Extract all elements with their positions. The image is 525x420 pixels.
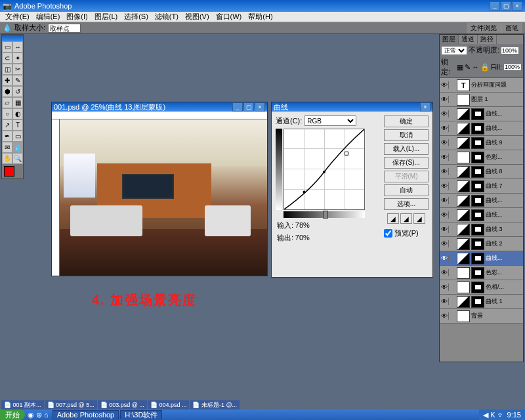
window-tab[interactable]: 📄 未标题-1 @... — [190, 400, 240, 410]
curves-graph[interactable] — [284, 129, 365, 210]
tab-brush[interactable]: 画笔 — [501, 23, 522, 33]
hand-tool[interactable]: ✋ — [2, 153, 12, 164]
slice-tool[interactable]: ✂ — [12, 64, 23, 75]
layer-row[interactable]: 👁曲线... — [440, 121, 523, 136]
curves-close-button[interactable]: × — [420, 102, 430, 112]
close-button[interactable]: × — [512, 1, 522, 10]
menu-select[interactable]: 选择(S) — [121, 12, 151, 22]
layer-row[interactable]: 👁曲线... — [440, 194, 523, 208]
opacity-input[interactable] — [501, 47, 519, 54]
layer-row[interactable]: 👁曲线 3 — [440, 222, 523, 237]
heal-tool[interactable]: ✚ — [2, 75, 12, 86]
visibility-icon[interactable]: 👁 — [440, 182, 449, 190]
visibility-icon[interactable]: 👁 — [440, 211, 449, 219]
layer-mask[interactable] — [471, 123, 484, 135]
input-gradient[interactable] — [284, 211, 365, 218]
gradient-tool[interactable]: ▦ — [12, 97, 23, 108]
layer-row[interactable]: 👁图层 1 — [440, 93, 523, 107]
layer-mask[interactable] — [471, 296, 484, 308]
auto-button[interactable]: 自动 — [384, 184, 429, 196]
pen-tool[interactable]: ✒ — [2, 131, 12, 142]
eraser-tool[interactable]: ▱ — [2, 97, 12, 108]
menu-layer[interactable]: 图层(L) — [92, 12, 120, 22]
taskbar-item[interactable]: Adobe Photoshop — [52, 410, 119, 419]
layer-thumb[interactable] — [457, 310, 470, 322]
layer-row[interactable]: 👁色相/... — [440, 280, 523, 295]
start-button[interactable]: 开始 — [0, 410, 25, 420]
layer-row[interactable]: 👁曲线 7 — [440, 179, 523, 194]
channel-select[interactable]: RGB — [304, 116, 356, 126]
lock-move-icon[interactable]: ↔ — [472, 63, 479, 71]
menu-filter[interactable]: 滤镜(T) — [152, 12, 181, 22]
black-point-icon[interactable]: ◢ — [387, 213, 399, 224]
marquee-tool[interactable]: ▭ — [2, 41, 12, 52]
layer-row[interactable]: 👁T分析画面问题 — [440, 78, 523, 93]
shape-tool[interactable]: ▭ — [12, 131, 23, 142]
layer-mask[interactable] — [471, 108, 484, 120]
window-tab[interactable]: 📄 003.psd @ ... — [98, 400, 147, 410]
layer-mask[interactable] — [471, 137, 484, 149]
preview-checkbox[interactable]: 预览(P) — [384, 228, 429, 238]
taskbar-item[interactable]: H:\3D软件 — [120, 410, 162, 419]
layer-mask[interactable] — [471, 282, 484, 293]
layer-thumb[interactable] — [457, 137, 470, 149]
layer-mask[interactable] — [471, 224, 484, 236]
window-tab[interactable]: 📄 001 副本... — [1, 400, 44, 410]
layer-row[interactable]: 👁曲线... — [440, 107, 523, 121]
zoom-tool[interactable]: 🔍 — [12, 153, 23, 164]
minimize-button[interactable]: _ — [490, 1, 500, 10]
menu-help[interactable]: 帮助(H) — [245, 12, 275, 22]
lock-all-icon[interactable]: 🔒 — [480, 63, 490, 72]
visibility-icon[interactable]: 👁 — [440, 110, 449, 117]
layer-thumb[interactable] — [457, 108, 470, 120]
menu-view[interactable]: 视图(V) — [182, 12, 212, 22]
visibility-icon[interactable]: 👁 — [440, 168, 449, 175]
crop-tool[interactable]: ◫ — [2, 64, 12, 75]
visibility-icon[interactable]: 👁 — [440, 312, 449, 320]
menu-window[interactable]: 窗口(W) — [213, 12, 245, 22]
layer-thumb[interactable] — [457, 152, 470, 163]
gray-point-icon[interactable]: ◢ — [400, 213, 412, 224]
visibility-icon[interactable]: 👁 — [440, 255, 449, 262]
visibility-icon[interactable]: 👁 — [440, 125, 449, 132]
layer-row[interactable]: 👁色彩... — [440, 150, 523, 165]
layer-thumb[interactable] — [457, 180, 470, 192]
layer-row[interactable]: 👁曲线 1 — [440, 295, 523, 309]
menu-edit[interactable]: 编辑(E) — [33, 12, 63, 22]
visibility-icon[interactable]: 👁 — [440, 269, 449, 276]
lasso-tool[interactable]: ⊂ — [2, 52, 12, 64]
layer-mask[interactable] — [471, 180, 484, 192]
layer-thumb[interactable]: T — [457, 79, 470, 91]
visibility-icon[interactable]: 👁 — [440, 226, 449, 233]
tab-filebrowser[interactable]: 文件浏览 — [467, 23, 501, 33]
notes-tool[interactable]: ✉ — [2, 142, 12, 153]
layer-row[interactable]: 👁曲线 2 — [440, 237, 523, 251]
visibility-icon[interactable]: 👁 — [440, 154, 449, 161]
layer-row[interactable]: 👁色彩... — [440, 266, 523, 280]
layer-thumb[interactable] — [457, 282, 470, 293]
visibility-icon[interactable]: 👁 — [440, 197, 449, 204]
lock-transparent-icon[interactable]: ▦ — [457, 63, 463, 72]
layer-thumb[interactable] — [457, 166, 470, 178]
visibility-icon[interactable]: 👁 — [440, 284, 449, 291]
layer-thumb[interactable] — [457, 296, 470, 308]
layer-thumb[interactable] — [457, 238, 470, 250]
options-button[interactable]: 选项... — [384, 198, 429, 210]
layer-row[interactable]: 👁曲线... — [440, 208, 523, 222]
blur-tool[interactable]: ○ — [2, 108, 12, 119]
midpoint-handle[interactable] — [323, 211, 328, 219]
visibility-icon[interactable]: 👁 — [440, 240, 449, 247]
fill-input[interactable] — [503, 64, 522, 71]
layer-mask[interactable] — [471, 166, 484, 178]
doc-min-button[interactable]: _ — [232, 102, 243, 112]
layer-row[interactable]: 👁曲线 9 — [440, 136, 523, 150]
layer-mask[interactable] — [471, 195, 484, 207]
menu-file[interactable]: 文件(E) — [3, 12, 32, 22]
layer-thumb[interactable] — [457, 224, 470, 236]
layer-row[interactable]: 👁曲线... — [440, 251, 523, 266]
stamp-tool[interactable]: ⬢ — [2, 86, 12, 97]
layer-thumb[interactable] — [457, 253, 470, 264]
doc-close-button[interactable]: × — [255, 102, 265, 112]
eyedropper-tool[interactable]: 💧 — [12, 142, 23, 153]
tab-layers[interactable]: 图层 — [440, 35, 459, 44]
